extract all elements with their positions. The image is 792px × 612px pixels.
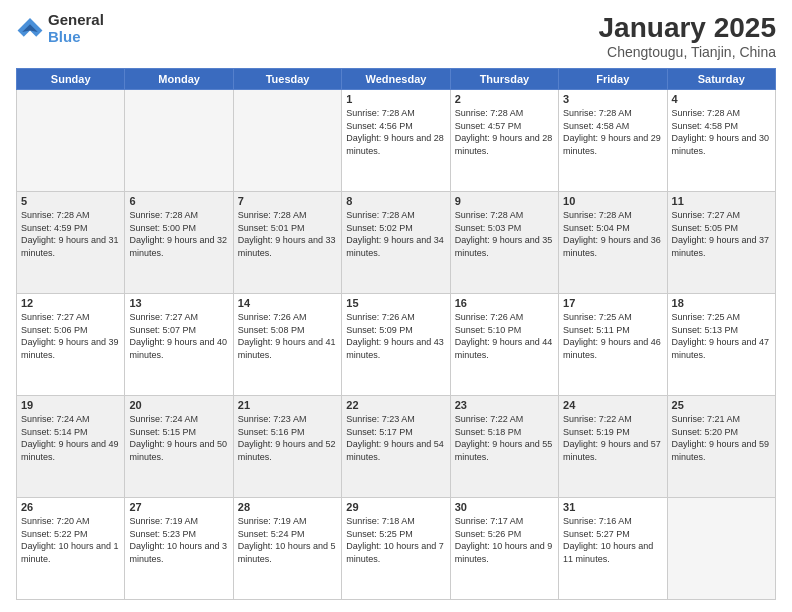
table-row: 14 Sunrise: 7:26 AM Sunset: 5:08 PM Dayl… — [233, 294, 341, 396]
calendar-week-row: 19 Sunrise: 7:24 AM Sunset: 5:14 PM Dayl… — [17, 396, 776, 498]
day-info: Sunrise: 7:28 AM Sunset: 4:59 PM Dayligh… — [21, 209, 120, 259]
col-wednesday: Wednesday — [342, 69, 450, 90]
day-info: Sunrise: 7:18 AM Sunset: 5:25 PM Dayligh… — [346, 515, 445, 565]
table-row: 28 Sunrise: 7:19 AM Sunset: 5:24 PM Dayl… — [233, 498, 341, 600]
day-number: 20 — [129, 399, 228, 411]
day-info: Sunrise: 7:28 AM Sunset: 5:04 PM Dayligh… — [563, 209, 662, 259]
col-monday: Monday — [125, 69, 233, 90]
day-number: 17 — [563, 297, 662, 309]
table-row: 11 Sunrise: 7:27 AM Sunset: 5:05 PM Dayl… — [667, 192, 775, 294]
day-info: Sunrise: 7:27 AM Sunset: 5:06 PM Dayligh… — [21, 311, 120, 361]
calendar-table: Sunday Monday Tuesday Wednesday Thursday… — [16, 68, 776, 600]
day-info: Sunrise: 7:25 AM Sunset: 5:11 PM Dayligh… — [563, 311, 662, 361]
day-number: 13 — [129, 297, 228, 309]
table-row: 24 Sunrise: 7:22 AM Sunset: 5:19 PM Dayl… — [559, 396, 667, 498]
table-row: 17 Sunrise: 7:25 AM Sunset: 5:11 PM Dayl… — [559, 294, 667, 396]
day-info: Sunrise: 7:20 AM Sunset: 5:22 PM Dayligh… — [21, 515, 120, 565]
day-info: Sunrise: 7:26 AM Sunset: 5:08 PM Dayligh… — [238, 311, 337, 361]
table-row: 29 Sunrise: 7:18 AM Sunset: 5:25 PM Dayl… — [342, 498, 450, 600]
table-row: 9 Sunrise: 7:28 AM Sunset: 5:03 PM Dayli… — [450, 192, 558, 294]
day-info: Sunrise: 7:28 AM Sunset: 4:57 PM Dayligh… — [455, 107, 554, 157]
day-info: Sunrise: 7:25 AM Sunset: 5:13 PM Dayligh… — [672, 311, 771, 361]
table-row: 23 Sunrise: 7:22 AM Sunset: 5:18 PM Dayl… — [450, 396, 558, 498]
table-row — [667, 498, 775, 600]
table-row: 22 Sunrise: 7:23 AM Sunset: 5:17 PM Dayl… — [342, 396, 450, 498]
day-number: 18 — [672, 297, 771, 309]
day-number: 15 — [346, 297, 445, 309]
table-row: 4 Sunrise: 7:28 AM Sunset: 4:58 PM Dayli… — [667, 90, 775, 192]
day-number: 19 — [21, 399, 120, 411]
day-info: Sunrise: 7:27 AM Sunset: 5:07 PM Dayligh… — [129, 311, 228, 361]
calendar-week-row: 26 Sunrise: 7:20 AM Sunset: 5:22 PM Dayl… — [17, 498, 776, 600]
calendar-week-row: 1 Sunrise: 7:28 AM Sunset: 4:56 PM Dayli… — [17, 90, 776, 192]
day-number: 21 — [238, 399, 337, 411]
day-info: Sunrise: 7:28 AM Sunset: 4:56 PM Dayligh… — [346, 107, 445, 157]
table-row: 15 Sunrise: 7:26 AM Sunset: 5:09 PM Dayl… — [342, 294, 450, 396]
table-row: 13 Sunrise: 7:27 AM Sunset: 5:07 PM Dayl… — [125, 294, 233, 396]
day-info: Sunrise: 7:28 AM Sunset: 5:02 PM Dayligh… — [346, 209, 445, 259]
day-info: Sunrise: 7:21 AM Sunset: 5:20 PM Dayligh… — [672, 413, 771, 463]
day-number: 25 — [672, 399, 771, 411]
day-info: Sunrise: 7:17 AM Sunset: 5:26 PM Dayligh… — [455, 515, 554, 565]
table-row: 18 Sunrise: 7:25 AM Sunset: 5:13 PM Dayl… — [667, 294, 775, 396]
table-row — [17, 90, 125, 192]
table-row: 6 Sunrise: 7:28 AM Sunset: 5:00 PM Dayli… — [125, 192, 233, 294]
table-row: 19 Sunrise: 7:24 AM Sunset: 5:14 PM Dayl… — [17, 396, 125, 498]
day-number: 14 — [238, 297, 337, 309]
day-info: Sunrise: 7:24 AM Sunset: 5:15 PM Dayligh… — [129, 413, 228, 463]
col-sunday: Sunday — [17, 69, 125, 90]
table-row: 31 Sunrise: 7:16 AM Sunset: 5:27 PM Dayl… — [559, 498, 667, 600]
table-row: 30 Sunrise: 7:17 AM Sunset: 5:26 PM Dayl… — [450, 498, 558, 600]
calendar-header-row: Sunday Monday Tuesday Wednesday Thursday… — [17, 69, 776, 90]
day-number: 22 — [346, 399, 445, 411]
col-friday: Friday — [559, 69, 667, 90]
calendar-subtitle: Chengtougu, Tianjin, China — [599, 44, 776, 60]
table-row: 20 Sunrise: 7:24 AM Sunset: 5:15 PM Dayl… — [125, 396, 233, 498]
day-info: Sunrise: 7:16 AM Sunset: 5:27 PM Dayligh… — [563, 515, 662, 565]
table-row: 3 Sunrise: 7:28 AM Sunset: 4:58 AM Dayli… — [559, 90, 667, 192]
day-number: 10 — [563, 195, 662, 207]
day-info: Sunrise: 7:23 AM Sunset: 5:17 PM Dayligh… — [346, 413, 445, 463]
day-number: 9 — [455, 195, 554, 207]
day-info: Sunrise: 7:28 AM Sunset: 5:00 PM Dayligh… — [129, 209, 228, 259]
day-number: 2 — [455, 93, 554, 105]
day-number: 29 — [346, 501, 445, 513]
table-row: 16 Sunrise: 7:26 AM Sunset: 5:10 PM Dayl… — [450, 294, 558, 396]
day-number: 4 — [672, 93, 771, 105]
day-info: Sunrise: 7:24 AM Sunset: 5:14 PM Dayligh… — [21, 413, 120, 463]
table-row: 25 Sunrise: 7:21 AM Sunset: 5:20 PM Dayl… — [667, 396, 775, 498]
logo-line1: General — [48, 12, 104, 29]
day-info: Sunrise: 7:22 AM Sunset: 5:18 PM Dayligh… — [455, 413, 554, 463]
day-number: 23 — [455, 399, 554, 411]
day-number: 16 — [455, 297, 554, 309]
table-row: 5 Sunrise: 7:28 AM Sunset: 4:59 PM Dayli… — [17, 192, 125, 294]
calendar-week-row: 12 Sunrise: 7:27 AM Sunset: 5:06 PM Dayl… — [17, 294, 776, 396]
table-row: 8 Sunrise: 7:28 AM Sunset: 5:02 PM Dayli… — [342, 192, 450, 294]
day-info: Sunrise: 7:27 AM Sunset: 5:05 PM Dayligh… — [672, 209, 771, 259]
table-row: 12 Sunrise: 7:27 AM Sunset: 5:06 PM Dayl… — [17, 294, 125, 396]
day-info: Sunrise: 7:22 AM Sunset: 5:19 PM Dayligh… — [563, 413, 662, 463]
day-number: 26 — [21, 501, 120, 513]
day-number: 31 — [563, 501, 662, 513]
day-info: Sunrise: 7:28 AM Sunset: 5:01 PM Dayligh… — [238, 209, 337, 259]
title-block: January 2025 Chengtougu, Tianjin, China — [599, 12, 776, 60]
table-row: 27 Sunrise: 7:19 AM Sunset: 5:23 PM Dayl… — [125, 498, 233, 600]
table-row: 21 Sunrise: 7:23 AM Sunset: 5:16 PM Dayl… — [233, 396, 341, 498]
day-number: 6 — [129, 195, 228, 207]
day-number: 30 — [455, 501, 554, 513]
table-row: 26 Sunrise: 7:20 AM Sunset: 5:22 PM Dayl… — [17, 498, 125, 600]
day-number: 5 — [21, 195, 120, 207]
col-tuesday: Tuesday — [233, 69, 341, 90]
page-header: General Blue January 2025 Chengtougu, Ti… — [16, 12, 776, 60]
calendar-title: January 2025 — [599, 12, 776, 44]
day-number: 28 — [238, 501, 337, 513]
logo: General Blue — [16, 12, 104, 45]
day-info: Sunrise: 7:28 AM Sunset: 4:58 AM Dayligh… — [563, 107, 662, 157]
day-info: Sunrise: 7:26 AM Sunset: 5:09 PM Dayligh… — [346, 311, 445, 361]
day-number: 12 — [21, 297, 120, 309]
day-info: Sunrise: 7:19 AM Sunset: 5:23 PM Dayligh… — [129, 515, 228, 565]
logo-line2: Blue — [48, 29, 104, 46]
day-number: 24 — [563, 399, 662, 411]
day-number: 8 — [346, 195, 445, 207]
day-number: 1 — [346, 93, 445, 105]
